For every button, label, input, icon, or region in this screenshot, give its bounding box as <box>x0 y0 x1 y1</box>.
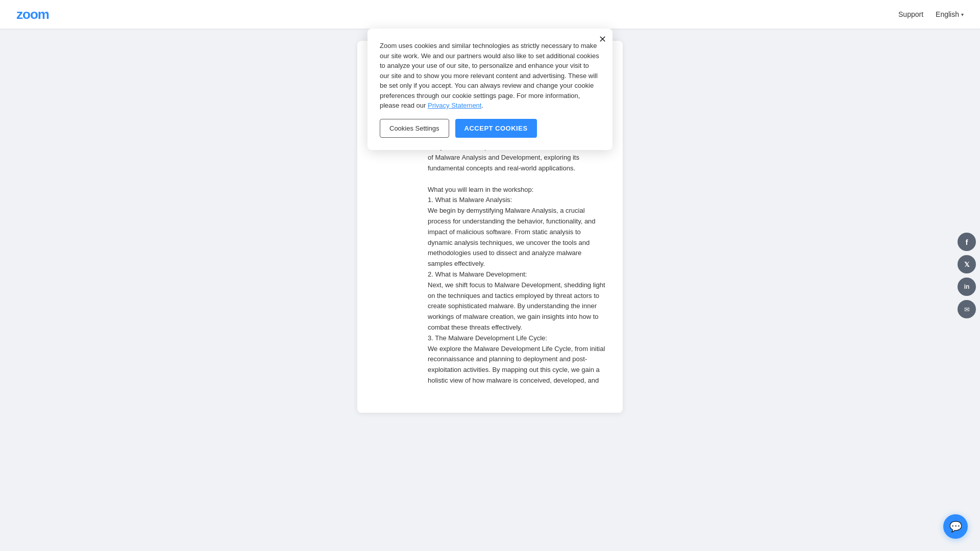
header: zoom Support English ▾ <box>0 0 980 29</box>
cookie-banner: ✕ Zoom uses cookies and similar technolo… <box>368 29 612 150</box>
facebook-icon: f <box>966 238 968 246</box>
language-label: English <box>936 10 959 18</box>
chevron-down-icon: ▾ <box>961 12 964 17</box>
language-selector[interactable]: English ▾ <box>936 10 964 18</box>
twitter-icon: 𝕏 <box>964 261 969 268</box>
twitter-share-button[interactable]: 𝕏 <box>958 255 976 273</box>
description-row: Description Malware is a persistent thre… <box>374 121 606 386</box>
zoom-logo: zoom <box>16 7 49 22</box>
support-link[interactable]: Support <box>898 10 923 18</box>
email-icon: ✉ <box>964 306 970 313</box>
cookies-settings-button[interactable]: Cookies Settings <box>380 119 449 138</box>
main-content: ✕ Zoom uses cookies and similar technolo… <box>0 29 980 425</box>
social-sidebar: f 𝕏 in ✉ <box>953 229 980 322</box>
facebook-share-button[interactable]: f <box>958 233 976 251</box>
cookie-body-text: Zoom uses cookies and similar technologi… <box>380 41 600 111</box>
description-value: Malware is a persistent threat in today'… <box>428 121 606 386</box>
cookie-buttons: Cookies Settings ACCEPT COOKIES <box>380 119 600 138</box>
close-cookie-banner-button[interactable]: ✕ <box>599 35 606 44</box>
linkedin-icon: in <box>964 283 970 290</box>
privacy-statement-link[interactable]: Privacy Statement <box>428 102 482 109</box>
description-label: Description <box>374 121 420 386</box>
chat-widget[interactable]: 💬 <box>943 514 968 539</box>
chat-icon: 💬 <box>949 520 962 533</box>
accept-cookies-button[interactable]: ACCEPT COOKIES <box>455 119 537 138</box>
header-right: Support English ▾ <box>898 10 964 18</box>
linkedin-share-button[interactable]: in <box>958 278 976 296</box>
email-share-button[interactable]: ✉ <box>958 300 976 318</box>
